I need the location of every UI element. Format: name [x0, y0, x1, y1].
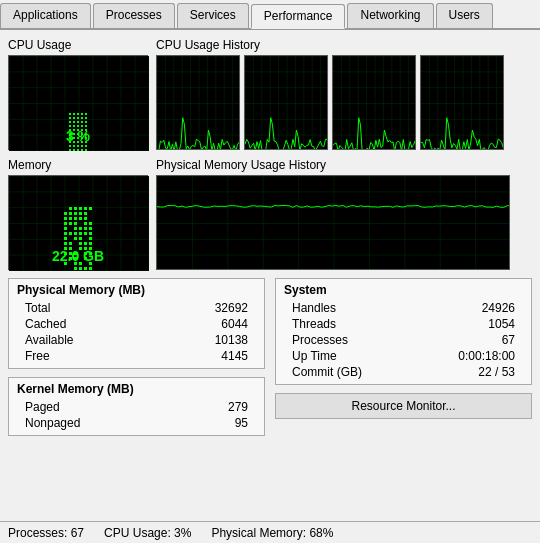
- memory-chart: 22.0 GB: [8, 175, 148, 270]
- kernel-memory-title: Kernel Memory (MB): [17, 382, 256, 396]
- system-row-1: Threads 1054: [284, 316, 523, 332]
- cpu-usage-chart: 3 %: [8, 55, 148, 150]
- system-row-3: Up Time 0:00:18:00: [284, 348, 523, 364]
- top-charts-row: CPU Usage 3 % CPU Usage History: [8, 38, 532, 150]
- tab-performance[interactable]: Performance: [251, 4, 346, 29]
- kernel-mem-label-1: Nonpaged: [25, 416, 80, 430]
- system-group: System Handles 24926 Threads 1054 Proces…: [275, 278, 532, 385]
- tab-users[interactable]: Users: [436, 3, 493, 28]
- memory-value: 22.0 GB: [9, 248, 147, 264]
- phys-memory-history-chart: [156, 175, 510, 270]
- cpu-usage-title: CPU Usage: [8, 38, 148, 52]
- phys-mem-row-3: Free 4145: [17, 348, 256, 364]
- tab-services[interactable]: Services: [177, 3, 249, 28]
- system-label-4: Commit (GB): [292, 365, 362, 379]
- phys-mem-label-0: Total: [25, 301, 50, 315]
- memory-section: Memory 22.0 GB: [8, 158, 148, 270]
- system-row-0: Handles 24926: [284, 300, 523, 316]
- kernel-mem-value-1: 95: [235, 416, 248, 430]
- cpu-usage-value: 3 %: [9, 128, 147, 144]
- memory-title: Memory: [8, 158, 148, 172]
- phys-mem-row-2: Available 10138: [17, 332, 256, 348]
- system-row-2: Processes 67: [284, 332, 523, 348]
- phys-mem-row-0: Total 32692: [17, 300, 256, 316]
- kernel-mem-row-1: Nonpaged 95: [17, 415, 256, 431]
- tab-networking[interactable]: Networking: [347, 3, 433, 28]
- system-row-4: Commit (GB) 22 / 53: [284, 364, 523, 380]
- physical-memory-group: Physical Memory (MB) Total 32692 Cached …: [8, 278, 265, 369]
- tab-processes[interactable]: Processes: [93, 3, 175, 28]
- phys-memory-history-title: Physical Memory Usage History: [156, 158, 532, 172]
- tab-bar: Applications Processes Services Performa…: [0, 0, 540, 30]
- tab-applications[interactable]: Applications: [0, 3, 91, 28]
- system-label-0: Handles: [292, 301, 336, 315]
- phys-mem-value-3: 4145: [221, 349, 248, 363]
- system-value-4: 22 / 53: [478, 365, 515, 379]
- kernel-mem-value-0: 279: [228, 400, 248, 414]
- cpu-history-charts: [156, 55, 532, 150]
- cpu-history-chart-3: [420, 55, 504, 150]
- stats-left: Physical Memory (MB) Total 32692 Cached …: [8, 278, 265, 444]
- status-cpu: CPU Usage: 3%: [104, 526, 211, 540]
- system-label-1: Threads: [292, 317, 336, 331]
- system-value-1: 1054: [488, 317, 515, 331]
- cpu-usage-section: CPU Usage 3 %: [8, 38, 148, 150]
- cpu-history-title: CPU Usage History: [156, 38, 532, 52]
- phys-mem-label-1: Cached: [25, 317, 66, 331]
- physical-memory-title: Physical Memory (MB): [17, 283, 256, 297]
- cpu-history-chart-0: [156, 55, 240, 150]
- stats-area: Physical Memory (MB) Total 32692 Cached …: [8, 278, 532, 444]
- phys-mem-value-2: 10138: [215, 333, 248, 347]
- stats-right: System Handles 24926 Threads 1054 Proces…: [275, 278, 532, 444]
- status-processes: Processes: 67: [8, 526, 104, 540]
- phys-memory-history-section: Physical Memory Usage History: [156, 158, 532, 270]
- phys-mem-value-1: 6044: [221, 317, 248, 331]
- system-value-0: 24926: [482, 301, 515, 315]
- kernel-mem-label-0: Paged: [25, 400, 60, 414]
- kernel-memory-group: Kernel Memory (MB) Paged 279 Nonpaged 95: [8, 377, 265, 436]
- cpu-history-chart-2: [332, 55, 416, 150]
- cpu-history-chart-1: [244, 55, 328, 150]
- status-memory: Physical Memory: 68%: [211, 526, 353, 540]
- cpu-history-section: CPU Usage History: [156, 38, 532, 150]
- main-content: CPU Usage 3 % CPU Usage History: [0, 30, 540, 522]
- system-value-3: 0:00:18:00: [458, 349, 515, 363]
- system-value-2: 67: [502, 333, 515, 347]
- phys-mem-row-1: Cached 6044: [17, 316, 256, 332]
- bottom-charts-row: Memory 22.0 GB Physical Memory Usage His…: [8, 158, 532, 270]
- system-label-3: Up Time: [292, 349, 337, 363]
- kernel-mem-row-0: Paged 279: [17, 399, 256, 415]
- phys-mem-value-0: 32692: [215, 301, 248, 315]
- phys-mem-label-3: Free: [25, 349, 50, 363]
- system-label-2: Processes: [292, 333, 348, 347]
- resource-monitor-button[interactable]: Resource Monitor...: [275, 393, 532, 419]
- status-bar: Processes: 67 CPU Usage: 3% Physical Mem…: [0, 521, 540, 543]
- system-title: System: [284, 283, 523, 297]
- phys-mem-label-2: Available: [25, 333, 73, 347]
